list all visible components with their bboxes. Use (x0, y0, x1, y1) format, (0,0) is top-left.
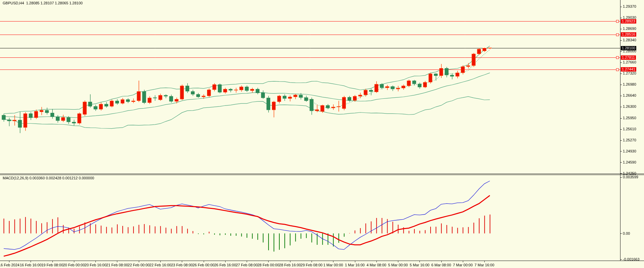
price-axis-label: 1.27660 (623, 60, 636, 64)
macd-indicator-label: MACD(12,26,9) 0.003360 0.002428 0.001212… (3, 176, 94, 180)
time-axis-label: 19 Feb 08:00 (41, 263, 63, 267)
time-axis-label: 1 Mar 00:00 (323, 263, 343, 267)
price-axis-label: 1.25950 (623, 116, 636, 120)
time-axis-label: 1 Mar 16:00 (345, 263, 365, 267)
time-axis-label: 4 Mar 08:00 (366, 263, 386, 267)
time-axis-label: 26 Feb 00:00 (193, 263, 214, 267)
price-axis-label: 1.26980 (623, 82, 636, 86)
macd-axis-label: -0.001663 (623, 257, 640, 261)
price-axis-label: 1.25270 (623, 138, 636, 142)
price-axis-label: 1.24930 (623, 149, 636, 153)
time-axis-label: 23 Feb 08:00 (171, 263, 193, 267)
time-axis-label: 5 Mar 16:00 (410, 263, 430, 267)
time-axis-label: 20 Feb 00:00 (63, 263, 85, 267)
macd-axis-label: 0.003599 (623, 175, 638, 179)
symbol-ohlc-title: GBPUSD,H4 1.28085 1.28107 1.28065 1.2810… (3, 1, 83, 5)
time-axis-label: 21 Feb 08:00 (106, 263, 128, 267)
price-axis-label: 1.28690 (623, 27, 636, 31)
time-axis-label: 26 Feb 16:00 (214, 263, 236, 267)
time-axis-label: 28 Feb 00:00 (257, 263, 279, 267)
price-axis-label: 1.25610 (623, 127, 636, 131)
price-axis-label: 1.27320 (623, 71, 636, 75)
macd-axis-label: 0.00 (623, 231, 630, 235)
time-axis-label: 22 Feb 00:00 (128, 263, 150, 267)
time-axis-label: 27 Feb 08:00 (236, 263, 258, 267)
time-axis-label: 16 Feb 2024 (0, 263, 19, 267)
trading-chart: GBPUSD,H4 1.28085 1.28107 1.28065 1.2810… (0, 0, 644, 268)
time-axis-label: 5 Mar 00:00 (388, 263, 408, 267)
time-axis-label: 7 Mar 16:00 (475, 263, 494, 267)
hline-price-tag[interactable]: 1.27811 (621, 55, 636, 60)
hline-price-tag[interactable]: 1.28516 (621, 32, 636, 37)
chart-canvas[interactable] (0, 0, 644, 268)
time-axis-label: 22 Feb 16:00 (150, 263, 171, 267)
hline-price-tag[interactable]: 1.28923 (621, 19, 636, 24)
time-axis-label: 29 Feb 08:00 (301, 263, 323, 267)
hline-price-tag[interactable]: 1.27441 (621, 67, 636, 72)
price-axis-label: 1.24250 (623, 171, 636, 175)
price-axis-label: 1.28340 (623, 38, 636, 42)
time-axis-label: 20 Feb 16:00 (85, 263, 107, 267)
price-axis-label: 1.24590 (623, 160, 636, 164)
time-axis-label: 28 Feb 16:00 (279, 263, 301, 267)
time-axis-label: 16 Feb 16:00 (20, 263, 42, 267)
price-axis-label: 1.26640 (623, 93, 636, 97)
current-price-tag[interactable]: 1.28100 (621, 46, 636, 50)
time-axis-label: 6 Mar 08:00 (431, 263, 451, 267)
time-axis-label: 7 Mar 00:00 (453, 263, 473, 267)
price-axis-label: 1.29370 (623, 4, 636, 8)
price-axis-label: 1.26300 (623, 104, 636, 108)
